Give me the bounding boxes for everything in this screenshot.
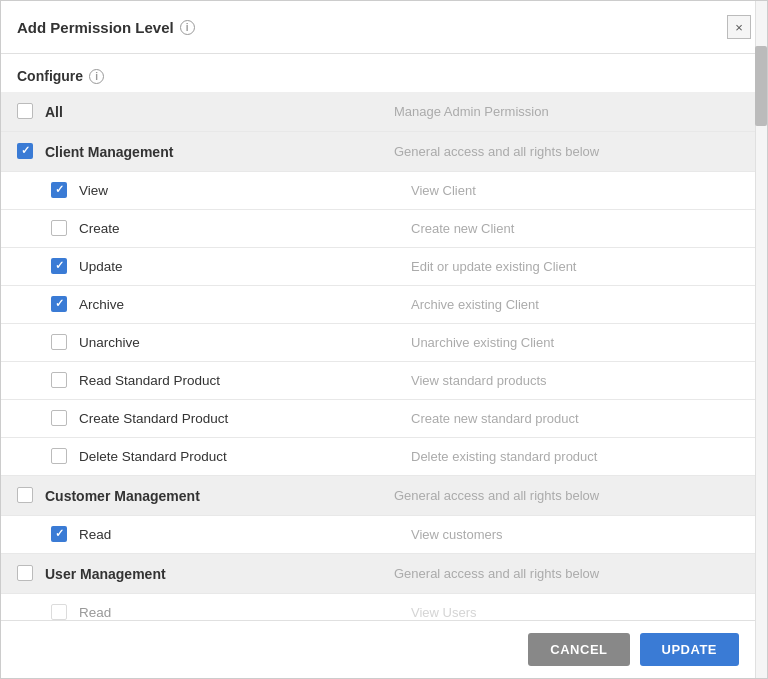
unarchive-description: Unarchive existing Client: [395, 327, 755, 358]
read-std-checkbox-unchecked: [51, 372, 67, 388]
user-mgmt-left: User Management: [1, 557, 378, 591]
client-mgmt-checkbox-checked: [17, 143, 33, 159]
customer-mgmt-description: General access and all rights below: [378, 480, 755, 511]
user-read-checkbox-unchecked: [51, 604, 67, 620]
delete-std-checkbox[interactable]: [51, 448, 69, 466]
item-create: Create Create new Client: [1, 210, 755, 248]
create-std-checkbox[interactable]: [51, 410, 69, 428]
create-std-label: Create Standard Product: [79, 411, 228, 426]
customer-read-checkbox-checked: [51, 526, 67, 542]
item-view: View View Client: [1, 172, 755, 210]
view-description: View Client: [395, 175, 755, 206]
unarchive-checkbox[interactable]: [51, 334, 69, 352]
all-row: All Manage Admin Permission: [1, 92, 755, 132]
update-button[interactable]: UPDATE: [640, 633, 739, 666]
view-checkbox[interactable]: [51, 182, 69, 200]
customer-read-left: Read: [21, 518, 395, 552]
user-read-left: Read: [21, 596, 395, 621]
customer-read-label: Read: [79, 527, 111, 542]
read-std-label: Read Standard Product: [79, 373, 220, 388]
customer-mgmt-left: Customer Management: [1, 479, 378, 513]
read-std-left: Read Standard Product: [21, 364, 395, 398]
user-read-checkbox[interactable]: [51, 604, 69, 621]
archive-checkbox[interactable]: [51, 296, 69, 314]
all-description: Manage Admin Permission: [378, 96, 755, 127]
update-left: Update: [21, 250, 395, 284]
customer-read-checkbox[interactable]: [51, 526, 69, 544]
title-info-icon[interactable]: i: [180, 20, 195, 35]
scrollbar-thumb[interactable]: [755, 46, 767, 126]
create-checkbox-unchecked: [51, 220, 67, 236]
item-user-read: Read View Users: [1, 594, 755, 620]
customer-mgmt-checkbox-unchecked: [17, 487, 33, 503]
client-mgmt-label: Client Management: [45, 144, 173, 160]
create-checkbox[interactable]: [51, 220, 69, 238]
configure-label: Configure: [17, 68, 83, 84]
create-std-left: Create Standard Product: [21, 402, 395, 436]
group-user-management: User Management General access and all r…: [1, 554, 755, 594]
dialog-header: Add Permission Level i ×: [1, 1, 767, 54]
unarchive-label: Unarchive: [79, 335, 140, 350]
client-mgmt-description: General access and all rights below: [378, 136, 755, 167]
unarchive-checkbox-unchecked: [51, 334, 67, 350]
user-read-description: View Users: [395, 597, 755, 620]
all-checkbox-unchecked: [17, 103, 33, 119]
view-checkbox-checked: [51, 182, 67, 198]
all-label: All: [45, 104, 63, 120]
cancel-button[interactable]: CANCEL: [528, 633, 629, 666]
configure-info-icon[interactable]: i: [89, 69, 104, 84]
group-client-management: Client Management General access and all…: [1, 132, 755, 172]
read-std-description: View standard products: [395, 365, 755, 396]
scrollbar-track[interactable]: [755, 1, 767, 678]
delete-std-left: Delete Standard Product: [21, 440, 395, 474]
archive-left: Archive: [21, 288, 395, 322]
update-description: Edit or update existing Client: [395, 251, 755, 282]
all-checkbox[interactable]: [17, 103, 35, 121]
item-unarchive: Unarchive Unarchive existing Client: [1, 324, 755, 362]
create-std-checkbox-unchecked: [51, 410, 67, 426]
archive-description: Archive existing Client: [395, 289, 755, 320]
create-std-description: Create new standard product: [395, 403, 755, 434]
create-description: Create new Client: [395, 213, 755, 244]
delete-std-checkbox-unchecked: [51, 448, 67, 464]
item-update: Update Edit or update existing Client: [1, 248, 755, 286]
close-button[interactable]: ×: [727, 15, 751, 39]
delete-std-description: Delete existing standard product: [395, 441, 755, 472]
update-checkbox-checked: [51, 258, 67, 274]
archive-label: Archive: [79, 297, 124, 312]
view-label: View: [79, 183, 108, 198]
user-mgmt-description: General access and all rights below: [378, 558, 755, 589]
create-left: Create: [21, 212, 395, 246]
customer-read-description: View customers: [395, 519, 755, 550]
item-delete-standard-product: Delete Standard Product Delete existing …: [1, 438, 755, 476]
read-std-checkbox[interactable]: [51, 372, 69, 390]
dialog-footer: CANCEL UPDATE: [1, 620, 767, 678]
user-mgmt-checkbox-unchecked: [17, 565, 33, 581]
all-left-cell: All: [1, 95, 378, 129]
update-checkbox[interactable]: [51, 258, 69, 276]
dialog-title-text: Add Permission Level: [17, 19, 174, 36]
configure-section: Configure i: [1, 54, 755, 92]
item-customer-read: Read View customers: [1, 516, 755, 554]
item-create-standard-product: Create Standard Product Create new stand…: [1, 400, 755, 438]
item-read-standard-product: Read Standard Product View standard prod…: [1, 362, 755, 400]
unarchive-left: Unarchive: [21, 326, 395, 360]
group-customer-management: Customer Management General access and a…: [1, 476, 755, 516]
customer-mgmt-label: Customer Management: [45, 488, 200, 504]
delete-std-label: Delete Standard Product: [79, 449, 227, 464]
client-mgmt-checkbox[interactable]: [17, 143, 35, 161]
view-left: View: [21, 174, 395, 208]
user-mgmt-checkbox[interactable]: [17, 565, 35, 583]
user-mgmt-label: User Management: [45, 566, 166, 582]
dialog-body: Configure i All Manage Admin Permission …: [1, 54, 767, 620]
archive-checkbox-checked: [51, 296, 67, 312]
item-archive: Archive Archive existing Client: [1, 286, 755, 324]
dialog-title: Add Permission Level i: [17, 19, 195, 36]
user-read-label: Read: [79, 605, 111, 620]
create-label: Create: [79, 221, 120, 236]
add-permission-dialog: Add Permission Level i × Configure i All…: [0, 0, 768, 679]
customer-mgmt-checkbox[interactable]: [17, 487, 35, 505]
client-mgmt-left: Client Management: [1, 135, 378, 169]
update-label: Update: [79, 259, 123, 274]
